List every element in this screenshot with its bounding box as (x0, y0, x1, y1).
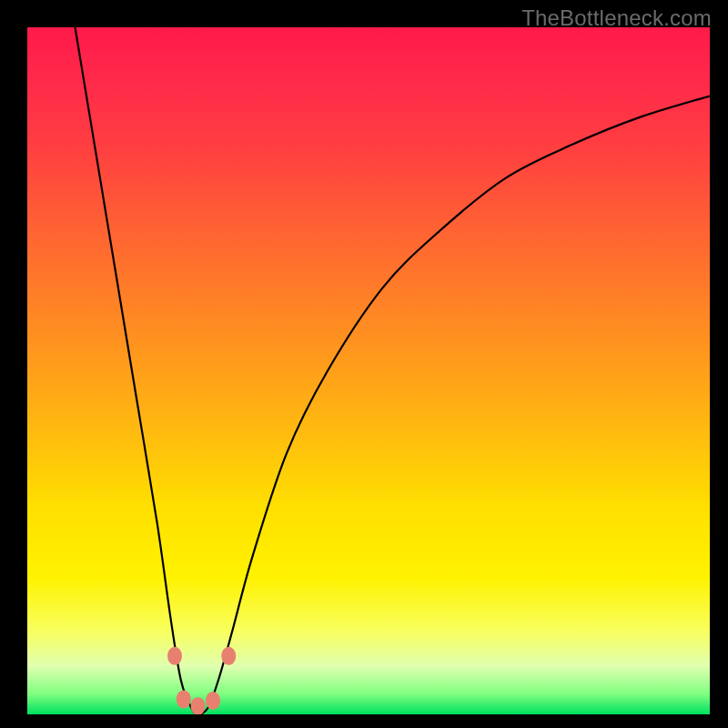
curve-markers (167, 647, 236, 714)
chart-plot-area (27, 27, 710, 714)
chart-svg (27, 27, 710, 714)
curve-marker (167, 647, 182, 665)
curve-marker (191, 697, 206, 714)
watermark-text: TheBottleneck.com (521, 5, 712, 31)
curve-marker (177, 690, 191, 708)
curve-marker (206, 692, 220, 710)
bottleneck-curve (76, 27, 711, 714)
curve-marker (221, 647, 236, 665)
